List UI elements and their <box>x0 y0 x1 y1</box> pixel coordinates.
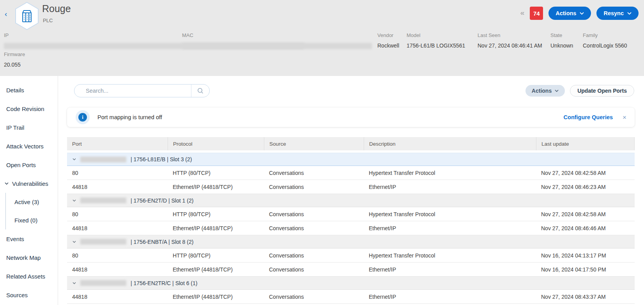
open-ports-table: Port Protocol Source Description Last up… <box>67 137 635 304</box>
sidebar-item-network-map[interactable]: Network Map <box>0 248 58 267</box>
cell-last-update: Nov 27, 2024 08:42:58 AM <box>536 166 635 180</box>
sidebar-subitem-label: Fixed (0) <box>14 217 37 224</box>
sidebar-item-related-assets[interactable]: Related Assets <box>0 267 58 286</box>
update-open-ports-button[interactable]: Update Open Ports <box>570 85 634 97</box>
table-row[interactable]: 44818 Ethernet/IP (44818/TCP) Conversati… <box>67 221 635 235</box>
sidebar-item-open-ports[interactable]: Open Ports <box>0 155 58 174</box>
actions-button[interactable]: Actions <box>548 7 591 20</box>
asset-page: ‹ Rouge PLC « 74 <box>0 0 644 305</box>
state-label: State <box>550 32 562 38</box>
last-seen-label: Last Seen <box>478 32 501 38</box>
table-row[interactable]: 80 HTTP (80/TCP) Conversations Hypertext… <box>67 207 635 221</box>
info-icon-halo: i <box>76 110 90 124</box>
cell-port: 80 <box>67 207 168 221</box>
configure-queries-link[interactable]: Configure Queries <box>564 114 613 120</box>
mac-label: MAC <box>182 32 193 38</box>
chevron-down-icon <box>5 182 9 185</box>
table-actions-label: Actions <box>532 88 552 94</box>
port-group-header[interactable]: | 1756-EN2TR/C | Slot 6 (1) <box>67 277 635 290</box>
cell-port: 44818 <box>67 263 168 276</box>
sidebar-item-attack-vectors[interactable]: Attack Vectors <box>0 137 58 155</box>
port-group-header[interactable]: | 1756-ENBT/A | Slot 8 (2) <box>67 235 635 249</box>
cell-description: Ethernet/IP <box>364 221 536 235</box>
cell-last-update: Nov 27, 2024 08:43:37 AM <box>536 290 635 303</box>
sidebar-item-events[interactable]: Events <box>0 229 58 248</box>
cell-last-update: Nov 16, 2024 04:13:17 PM <box>536 249 635 262</box>
header-actions: « 74 Actions Resync <box>520 7 639 20</box>
sidebar-item-active-vulnerabilities[interactable]: Active (3) <box>6 193 58 211</box>
column-header-protocol[interactable]: Protocol <box>168 137 264 150</box>
risk-score-badge[interactable]: 74 <box>530 7 543 20</box>
close-icon[interactable]: × <box>623 114 626 121</box>
chevron-down-icon[interactable] <box>73 199 76 202</box>
sidebar-item-ip-trail[interactable]: IP Trail <box>0 118 58 137</box>
sidebar-item-label: Sources <box>6 292 28 298</box>
cell-protocol: HTTP (80/TCP) <box>168 166 264 180</box>
cell-description: Hypertext Transfer Protocol <box>364 207 536 221</box>
cell-last-update: Nov 27, 2024 08:46:46 AM <box>536 221 635 235</box>
chevron-down-icon <box>555 90 559 92</box>
cell-description: Ethernet/IP <box>364 263 536 276</box>
family-value: ControlLogix 5560 <box>583 42 627 49</box>
group-label: | 1756-L81E/B | Slot 3 (2) <box>131 156 192 162</box>
table-row[interactable]: 44818 Ethernet/IP (44818/TCP) Conversati… <box>67 263 635 277</box>
main-content: Actions Update Open Ports i Port mapping… <box>67 76 635 305</box>
sidebar-item-details[interactable]: Details <box>0 81 58 99</box>
table-row[interactable]: 80 HTTP (80/TCP) Conversations Hypertext… <box>67 166 635 180</box>
chevron-down-icon[interactable] <box>73 282 76 284</box>
banner-actions: Configure Queries × <box>564 114 626 121</box>
sidebar-item-label: Open Ports <box>6 162 36 168</box>
sidebar-item-sources[interactable]: Sources <box>0 286 58 304</box>
vendor-value: Rockwell <box>377 42 399 49</box>
actions-button-label: Actions <box>556 10 576 16</box>
chevron-down-icon[interactable] <box>73 158 76 160</box>
group-label: | 1756-EN2T/D | Slot 1 (2) <box>131 197 193 204</box>
back-chevron-icon[interactable]: ‹ <box>5 10 7 18</box>
cell-port: 44818 <box>67 221 168 235</box>
sidebar-item-label: Attack Vectors <box>6 143 44 150</box>
sidebar-item-fixed-vulnerabilities[interactable]: Fixed (0) <box>6 211 58 229</box>
last-seen-value: Nov 27, 2024 08:46:41 AM <box>478 42 542 49</box>
cell-protocol: Ethernet/IP (44818/TCP) <box>168 221 264 235</box>
table-row[interactable]: 80 HTTP (80/TCP) Conversations Hypertext… <box>67 249 635 263</box>
cell-last-update: Nov 27, 2024 08:46:23 AM <box>536 180 635 194</box>
column-header-last-update[interactable]: Last update <box>536 137 635 150</box>
search-input[interactable] <box>74 88 191 94</box>
collapse-panel-icon[interactable]: « <box>520 9 525 18</box>
table-actions-button[interactable]: Actions <box>525 85 565 97</box>
cell-source: Conversations <box>264 166 364 180</box>
column-header-source[interactable]: Source <box>264 137 364 150</box>
cell-source: Conversations <box>264 207 364 221</box>
search-icon <box>197 87 204 94</box>
resync-button[interactable]: Resync <box>596 7 639 20</box>
firmware-label: Firmware <box>4 51 25 57</box>
sidebar-item-code-revision[interactable]: Code Revision <box>0 99 58 118</box>
sidebar-item-vulnerabilities[interactable]: Vulnerabilities <box>0 174 58 193</box>
search-submit[interactable] <box>191 84 209 97</box>
sidebar-subitem-label: Active (3) <box>14 199 39 205</box>
chevron-down-icon <box>580 12 584 15</box>
page-title: Rouge <box>42 3 71 14</box>
info-icon: i <box>78 113 87 122</box>
asset-hexagon-badge <box>14 2 40 32</box>
sidebar: Details Code Revision IP Trail Attack Ve… <box>0 76 58 305</box>
port-group-header[interactable]: | 1756-EN2T/D | Slot 1 (2) <box>67 194 635 207</box>
column-header-port[interactable]: Port <box>67 137 168 150</box>
table-row[interactable]: 44818 Ethernet/IP (44818/TCP) Conversati… <box>67 180 635 194</box>
port-group-header[interactable]: | 1756-L81E/B | Slot 3 (2) <box>67 153 635 166</box>
cell-protocol: Ethernet/IP (44818/TCP) <box>168 290 264 303</box>
port-mapping-banner: i Port mapping is turned off Configure Q… <box>67 108 635 127</box>
column-header-description[interactable]: Description <box>364 137 536 150</box>
sidebar-item-label: Vulnerabilities <box>12 180 48 187</box>
sidebar-item-label: Related Assets <box>6 273 45 280</box>
resync-button-label: Resync <box>603 10 624 16</box>
cell-source: Conversations <box>264 221 364 235</box>
cell-protocol: Ethernet/IP (44818/TCP) <box>168 263 264 276</box>
vendor-label: Vendor <box>377 32 393 38</box>
cell-last-update: Nov 27, 2024 08:42:58 AM <box>536 207 635 221</box>
state-value: Unknown <box>550 42 573 49</box>
sidebar-item-label: Events <box>6 236 24 242</box>
chevron-down-icon[interactable] <box>73 241 76 243</box>
table-row[interactable]: 44818 Ethernet/IP (44818/TCP) Conversati… <box>67 290 635 304</box>
cell-last-update: Nov 16, 2024 04:17:50 PM <box>536 263 635 276</box>
